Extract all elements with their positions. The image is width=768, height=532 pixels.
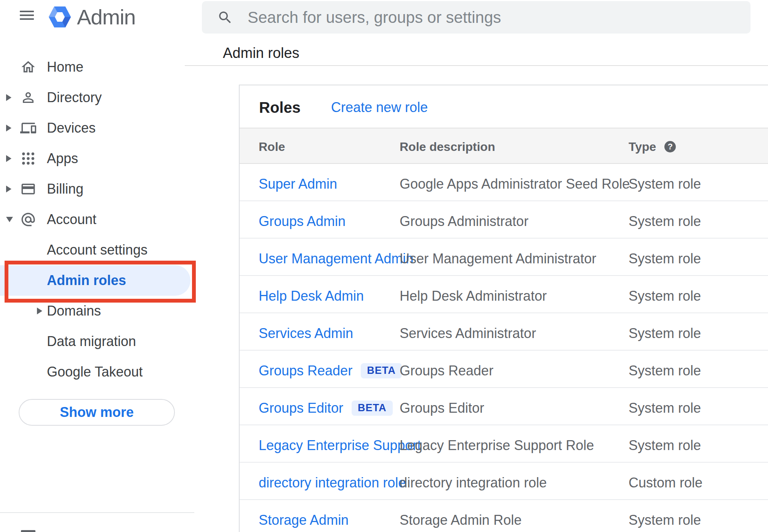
google-admin-console: Admin Home Directory: [0, 0, 768, 532]
sidebar-item[interactable]: Account: [0, 204, 197, 235]
sidebar-sub-item[interactable]: Google Takeout: [0, 357, 197, 387]
at-sign-icon: [20, 212, 36, 228]
table-row: Groups Reader BETA Groups Reader System …: [240, 351, 768, 388]
search-bar[interactable]: [202, 1, 750, 34]
table-row: Storage Admin Storage Admin Role System …: [240, 500, 768, 532]
role-description: Legacy Enterprise Support Role: [400, 437, 594, 453]
role-type: System role: [629, 400, 701, 416]
admin-hexagon-logo-icon: [49, 6, 71, 27]
apps-grid-icon: [20, 151, 36, 167]
column-header-role: Role: [259, 128, 285, 163]
role-type: System role: [629, 363, 701, 379]
role-link[interactable]: User Management Admin: [259, 251, 413, 267]
role-description: Services Administrator: [400, 325, 536, 341]
sidebar-sub-item[interactable]: Data migration: [0, 326, 197, 357]
sidebar-item-label: Home: [47, 59, 83, 75]
sidebar-sub-item-label: Account settings: [47, 242, 147, 258]
table-row: Groups Editor BETA Groups Editor System …: [240, 388, 768, 425]
chevron-right-icon[interactable]: [37, 308, 42, 314]
home-icon: [20, 59, 36, 75]
sidebar-item[interactable]: Directory: [0, 82, 197, 113]
help-icon[interactable]: ?: [664, 141, 676, 152]
sidebar: Admin Home Directory: [0, 0, 197, 532]
sidebar-item[interactable]: Apps: [0, 143, 197, 174]
table-row: Services Admin Services Administrator Sy…: [240, 313, 768, 351]
chevron-right-icon[interactable]: [6, 125, 11, 131]
show-more-button[interactable]: Show more: [19, 399, 175, 426]
sidebar-item[interactable]: Billing: [0, 174, 197, 204]
breadcrumb: Admin roles: [223, 45, 299, 61]
person-icon: [20, 90, 36, 106]
sidebar-nav: Home Directory Devices: [0, 52, 197, 387]
sidebar-sub-item[interactable]: Domains: [0, 296, 197, 326]
card-header: Roles Create new role: [240, 85, 768, 128]
sidebar-sub-item[interactable]: Account settings: [0, 235, 197, 265]
role-description: Google Apps Administrator Seed Role: [400, 176, 630, 192]
admin-logo[interactable]: Admin: [49, 5, 136, 29]
chevron-right-icon[interactable]: [6, 94, 11, 101]
sidebar-sub-item[interactable]: Admin roles: [0, 265, 190, 296]
beta-badge: BETA: [361, 363, 402, 378]
role-description: Groups Editor: [400, 400, 484, 416]
roles-card: Roles Create new role Role Role descript…: [239, 85, 768, 532]
beta-badge: BETA: [352, 401, 393, 416]
role-type: System role: [629, 437, 701, 453]
table-row: Help Desk Admin Help Desk Administrator …: [240, 276, 768, 313]
sidebar-item-label: Directory: [47, 90, 102, 106]
role-description: Groups Administrator: [400, 213, 528, 229]
hamburger-menu-icon[interactable]: [20, 11, 34, 21]
credit-card-icon: [20, 181, 36, 197]
role-description: User Management Administrator: [400, 251, 596, 267]
devices-icon: [20, 120, 36, 136]
role-type: System role: [629, 288, 701, 304]
role-link[interactable]: Help Desk Admin: [259, 288, 364, 304]
role-link[interactable]: Super Admin: [259, 176, 337, 192]
table-row: Groups Admin Groups Administrator System…: [240, 201, 768, 239]
search-icon: [217, 10, 233, 26]
chevron-right-icon[interactable]: [6, 155, 11, 162]
sidebar-sub-item-label: Google Takeout: [47, 364, 143, 380]
role-link[interactable]: directory integration role: [259, 475, 406, 491]
sidebar-item-label: Apps: [47, 151, 78, 167]
sidebar-item[interactable]: Home: [0, 52, 197, 82]
sidebar-item[interactable]: Devices: [0, 113, 197, 143]
chevron-right-icon[interactable]: [6, 186, 11, 192]
role-link[interactable]: Legacy Enterprise Support: [259, 437, 421, 453]
sidebar-sub-item-label: Data migration: [47, 333, 136, 349]
table-row: User Management Admin User Management Ad…: [240, 239, 768, 276]
table-row: Super Admin Google Apps Administrator Se…: [240, 164, 768, 201]
role-description: Storage Admin Role: [400, 512, 522, 528]
table-header-row: Role Role description Type ?: [240, 128, 768, 164]
role-type: System role: [629, 325, 701, 341]
role-type: System role: [629, 512, 701, 528]
sidebar-divider: [0, 512, 194, 513]
header-divider: [185, 65, 768, 66]
sidebar-item-label: Devices: [47, 120, 96, 136]
role-link[interactable]: Groups Reader: [259, 363, 352, 379]
role-description: Groups Reader: [400, 363, 493, 379]
column-header-type: Type ?: [629, 128, 676, 163]
logo-text: Admin: [77, 5, 136, 29]
role-type: System role: [629, 213, 701, 229]
create-new-role-link[interactable]: Create new role: [331, 99, 428, 115]
role-link[interactable]: Groups Admin: [259, 213, 346, 229]
sidebar-sub-item-label: Domains: [47, 303, 101, 319]
sidebar-sub-item-label: Admin roles: [47, 272, 126, 288]
table-body: Super Admin Google Apps Administrator Se…: [240, 164, 768, 532]
sidebar-item-label: Account: [47, 212, 96, 228]
chevron-down-icon[interactable]: [6, 217, 13, 222]
column-header-description: Role description: [400, 128, 495, 163]
role-type: Custom role: [629, 475, 702, 491]
role-link[interactable]: Storage Admin: [259, 512, 349, 528]
table-row: Legacy Enterprise Support Legacy Enterpr…: [240, 425, 768, 463]
role-type: System role: [629, 251, 701, 267]
role-link[interactable]: Groups Editor: [259, 400, 343, 416]
table-row: directory integration role directory int…: [240, 463, 768, 500]
card-title: Roles: [259, 99, 301, 116]
role-type: System role: [629, 176, 701, 192]
role-description: Help Desk Administrator: [400, 288, 547, 304]
sidebar-item-label: Billing: [47, 181, 83, 197]
role-link[interactable]: Services Admin: [259, 325, 353, 341]
partially-visible-icon: [21, 530, 35, 532]
search-input[interactable]: [247, 8, 750, 27]
